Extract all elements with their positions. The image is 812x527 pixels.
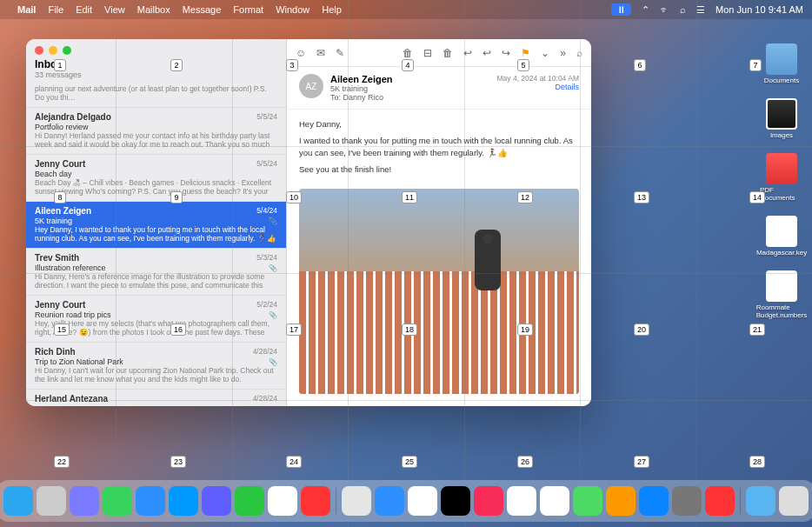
spotlight-icon[interactable]: ⌕: [680, 4, 686, 15]
menu-window[interactable]: Window: [276, 4, 309, 15]
dock-app[interactable]: [103, 486, 132, 516]
desktop-item-icon: [766, 270, 797, 302]
dock-separator: [336, 488, 336, 514]
dock-app[interactable]: [70, 486, 99, 516]
message-attachment-image[interactable]: [299, 189, 579, 394]
window-zoom[interactable]: [63, 46, 71, 55]
menu-edit[interactable]: Edit: [76, 4, 92, 15]
menu-file[interactable]: File: [48, 4, 63, 15]
details-link[interactable]: Details: [496, 83, 579, 91]
forward-icon[interactable]: ↪: [502, 47, 510, 59]
menu-mailbox[interactable]: Mailbox: [137, 4, 170, 15]
desktop-icons: DocumentsImagesPDF DocumentsMadagascar.k…: [760, 43, 803, 319]
dock-app[interactable]: [672, 486, 702, 516]
dock-app[interactable]: [3, 486, 33, 516]
msg-preview: Beach Day 🏖 – Chill vibes · Beach games …: [35, 178, 277, 196]
menu-message[interactable]: Message: [183, 4, 222, 15]
dock-app[interactable]: [235, 486, 264, 516]
msg-date: 5/3/24: [256, 253, 277, 262]
dock-app[interactable]: [202, 486, 231, 516]
voice-control-icon[interactable]: ⏸: [611, 3, 631, 16]
wifi-icon[interactable]: ⌃: [642, 4, 649, 16]
grid-number[interactable]: 22: [54, 456, 70, 468]
dock-app[interactable]: [441, 486, 470, 516]
message-list[interactable]: planning our next adventure (or at least…: [26, 83, 286, 406]
grid-number[interactable]: 21: [749, 324, 765, 336]
message-row[interactable]: planning our next adventure (or at least…: [26, 83, 286, 108]
wifi-icon[interactable]: ᯤ: [660, 4, 669, 15]
grid-number[interactable]: 26: [517, 456, 533, 468]
grid-number[interactable]: 28: [749, 456, 765, 468]
compose-icon[interactable]: ✉: [316, 47, 325, 59]
dock-app[interactable]: [474, 486, 503, 516]
attachment-icon: 📎: [269, 311, 277, 319]
delete-icon[interactable]: ⊟: [423, 47, 432, 59]
message-row[interactable]: Rich Dinh4/28/24📎Trip to Zion National P…: [26, 343, 286, 390]
window-minimize[interactable]: [49, 46, 57, 55]
dock-app[interactable]: [375, 486, 404, 516]
dock-separator: [740, 488, 741, 514]
message-row[interactable]: Jenny Court5/5/24Beach dayBeach Day 🏖 – …: [26, 155, 286, 202]
dock-app[interactable]: [37, 486, 66, 516]
dock-app[interactable]: [169, 486, 198, 516]
grid-number[interactable]: 13: [634, 191, 649, 203]
message-row[interactable]: Trev Smith5/3/24📎Illustration referenceH…: [26, 249, 286, 296]
desktop-item[interactable]: Madagascar.key: [760, 216, 803, 257]
dock-app[interactable]: [268, 486, 297, 516]
message-row[interactable]: Herland Antezana4/28/24ResumeI've attach…: [26, 390, 286, 406]
menubar-datetime[interactable]: Mon Jun 10 9:41 AM: [715, 4, 803, 15]
dock-app[interactable]: [779, 486, 809, 516]
grid-number[interactable]: 6: [634, 59, 646, 71]
new-message-icon[interactable]: ✎: [336, 47, 344, 59]
dock-app[interactable]: [540, 486, 569, 516]
desktop-item[interactable]: Roommate Budget.numbers: [760, 270, 803, 319]
sender-avatar[interactable]: AZ: [299, 74, 323, 98]
msg-subject: Reunion road trip pics: [35, 310, 277, 319]
message-row[interactable]: Alejandra Delgado5/5/24Portfolio reviewH…: [26, 108, 286, 155]
grid-number[interactable]: 20: [634, 324, 649, 336]
search-icon[interactable]: ⌕: [576, 47, 582, 59]
message-row[interactable]: Jenny Court5/2/24📎Reunion road trip pics…: [26, 296, 286, 343]
desktop-item-icon: [766, 216, 797, 247]
flag-icon[interactable]: ⚑: [521, 47, 530, 59]
msg-preview: Hi Danny! Herland passed me your contact…: [35, 131, 277, 149]
desktop-item[interactable]: Documents: [760, 43, 803, 84]
desktop-item[interactable]: Images: [760, 98, 803, 139]
menu-app[interactable]: Mail: [17, 4, 36, 15]
runner-figure: [475, 230, 501, 290]
dock-app[interactable]: [606, 486, 636, 516]
dock-app[interactable]: [136, 486, 165, 516]
dock-app[interactable]: [639, 486, 669, 516]
desktop-item-label: Roommate Budget.numbers: [756, 304, 808, 319]
grid-number[interactable]: 25: [402, 456, 417, 468]
control-center-icon[interactable]: ☰: [696, 4, 705, 16]
msg-subject: 5K training: [35, 217, 277, 225]
dock-app[interactable]: [746, 486, 775, 516]
reply-icon[interactable]: ↩: [463, 47, 472, 59]
desktop-item[interactable]: PDF Documents: [760, 153, 803, 202]
message-to: Danny Rico: [343, 93, 384, 102]
menu-help[interactable]: Help: [322, 4, 342, 15]
more-icon[interactable]: »: [560, 47, 566, 59]
dock-app[interactable]: [573, 486, 602, 516]
trash-icon[interactable]: 🗑: [443, 47, 453, 59]
window-close[interactable]: [35, 46, 43, 55]
dock-app[interactable]: [342, 486, 371, 516]
archive-icon[interactable]: 🗑: [403, 47, 413, 59]
grid-number[interactable]: 23: [170, 456, 186, 468]
grid-number[interactable]: 24: [286, 456, 302, 468]
message-row[interactable]: Aileen Zeigen5/4/24📎5K trainingHey Danny…: [26, 202, 286, 249]
mailbox-count: 33 messages: [35, 70, 277, 79]
dock-app[interactable]: [301, 486, 330, 516]
menu-view[interactable]: View: [104, 4, 125, 15]
desktop-item-label: Documents: [764, 77, 799, 84]
dock-app[interactable]: [408, 486, 437, 516]
dock-app[interactable]: [507, 486, 536, 516]
reply-all-icon[interactable]: ↩: [483, 47, 491, 59]
junk-icon[interactable]: ☺: [296, 47, 306, 59]
grid-number[interactable]: 27: [634, 456, 649, 468]
to-label: To:: [330, 93, 341, 102]
dock-app[interactable]: [705, 486, 735, 516]
menu-format[interactable]: Format: [233, 4, 263, 15]
flag-chevron-icon[interactable]: ⌄: [541, 47, 549, 59]
